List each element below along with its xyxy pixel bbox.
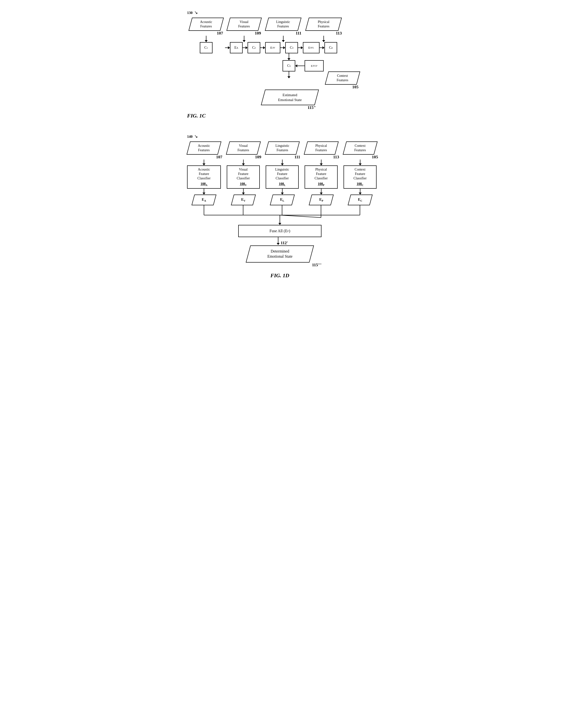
arr-acoustic-clf-d bbox=[203, 189, 206, 194]
fig1d-acoustic-classifier: AcousticFeatureClassifier 108A bbox=[187, 165, 221, 189]
fig1d-determined-label: DeterminedEmotional State bbox=[267, 249, 293, 259]
arrow-linguistic-down bbox=[282, 36, 285, 42]
fig1c-context-label: ContextFeatures bbox=[337, 74, 348, 82]
fig1d-visual-classifier-num: 108 bbox=[240, 182, 245, 186]
fig1d-physical-classifier: PhysicalFeatureClassifier 108P bbox=[305, 165, 338, 189]
fig1c-linguistic-para: LinguisticFeatures bbox=[265, 18, 301, 31]
fig1c-c2: C2 bbox=[248, 42, 260, 53]
fig1d-ec-label: EC bbox=[358, 197, 362, 203]
fig1c-eavlp: EAVLP bbox=[305, 60, 324, 71]
fig1d-visual-para: VisualFeatures bbox=[226, 141, 261, 155]
fig1d-ea-para: EA bbox=[192, 194, 217, 205]
fig1d-visual-classifier-col: VisualFeatureClassifier 108V bbox=[224, 165, 262, 189]
fig1d-ea-label: EA bbox=[202, 197, 206, 203]
fig1d-linguistic-classifier-num: 108 bbox=[279, 182, 284, 186]
fig1d-fuse-num: 112' bbox=[281, 240, 288, 245]
fig1d-context-classifier-num: 108 bbox=[356, 182, 362, 186]
fig1c-physical-label: PhysicalFeatures bbox=[318, 20, 329, 29]
fig1c-acoustic-para: AcousticFeatures bbox=[188, 18, 224, 31]
fig1c-context-col: ContextFeatures 105 bbox=[327, 71, 358, 90]
fig1d-context-feat-num: 105 bbox=[372, 155, 378, 159]
fig1d-linguistic-classifier-label: LinguisticFeatureClassifier bbox=[275, 167, 289, 181]
fig1c-ref: 130 bbox=[187, 11, 193, 15]
converging-arrows-svg bbox=[185, 205, 375, 225]
fig1d-linguistic-feat-label: LinguisticFeatures bbox=[275, 144, 289, 152]
fig1d-context-classifier-label: ContextFeatureClassifier bbox=[353, 167, 367, 181]
arr-context-clf-d bbox=[359, 189, 362, 194]
fig1c-visual-label: VisualFeatures bbox=[238, 20, 250, 29]
fig1d-linguistic-feat-num: 111 bbox=[294, 155, 300, 159]
fig1c-physical-num: 113 bbox=[336, 31, 342, 36]
fig1d-physical-col: PhysicalFeatures 113 bbox=[302, 141, 340, 159]
fig1d-ev-para: EV bbox=[231, 194, 256, 205]
fig1d-determined-para: DeterminedEmotional State bbox=[246, 245, 314, 262]
fig1d-acoustic-classifier-num: 108 bbox=[201, 182, 206, 186]
arr-context-d bbox=[359, 159, 362, 165]
fig1d-section: 140 ↘ AcousticFeatures 107 VisualFeature… bbox=[180, 134, 390, 279]
fig1c-section: 130 ↘ AcousticFeatures 107 VisualFeature… bbox=[180, 10, 390, 119]
fig1d-acoustic-feat-label: AcousticFeatures bbox=[198, 144, 210, 152]
fig1d-ref: 140 bbox=[187, 135, 193, 138]
arrow-physical-down bbox=[322, 36, 325, 42]
fig1c-acoustic-num: 107 bbox=[217, 31, 223, 36]
fig1d-context-feat-label: ContextFeatures bbox=[354, 144, 366, 152]
fig1c-linguistic-col: LinguisticFeatures 111 bbox=[263, 18, 303, 36]
fig1c-physical-para: PhysicalFeatures bbox=[305, 18, 342, 31]
fig1d-label: FIG. 1D bbox=[270, 272, 289, 278]
fig1c-estimated-para: EstimatedEmotional State bbox=[261, 90, 319, 105]
fig1d-ep-label: EP bbox=[319, 197, 323, 203]
fig1c-context-num: 105 bbox=[352, 85, 359, 90]
arrow-visual-down bbox=[243, 36, 246, 42]
fig1c-eav: EAV bbox=[265, 42, 280, 53]
fig1d-ea-col: EA bbox=[185, 194, 223, 205]
arr-physical-clf-d bbox=[320, 189, 323, 194]
fig1d-physical-feat-label: PhysicalFeatures bbox=[315, 144, 327, 152]
fig1d-context-para: ContextFeatures bbox=[342, 141, 377, 155]
fig1d-determined-num: 115''' bbox=[312, 262, 321, 267]
fig1d-linguistic-classifier-col: LinguisticFeatureClassifier 108L bbox=[263, 165, 301, 189]
fig1d-context-col: ContextFeatures 105 bbox=[341, 141, 379, 159]
fig1d-visual-feat-num: 109 bbox=[255, 155, 262, 159]
fig1d-context-classifier-col: ContextFeatureClassifier 108C bbox=[341, 165, 379, 189]
fig1c-linguistic-num: 111 bbox=[296, 31, 301, 36]
fig1d-el-label: EL bbox=[280, 197, 284, 203]
arr-linguistic-clf-d bbox=[281, 189, 284, 194]
fig1c-ea: EA bbox=[230, 42, 243, 53]
fig1c-acoustic-label: AcousticFeatures bbox=[200, 20, 212, 29]
fig1d-physical-classifier-col: PhysicalFeatureClassifier 108P bbox=[302, 165, 340, 189]
fig1d-ep-para: EP bbox=[309, 194, 334, 205]
fig1c-c1: C1 bbox=[200, 42, 213, 53]
fig1c-context-para: ContextFeatures bbox=[325, 71, 360, 85]
fig1d-visual-feat-label: VisualFeatures bbox=[238, 144, 249, 152]
fig1d-linguistic-classifier: LinguisticFeatureClassifier 108L bbox=[266, 165, 299, 189]
svg-marker-3 bbox=[278, 223, 281, 225]
fig1d-physical-para: PhysicalFeatures bbox=[304, 141, 338, 155]
fig1d-linguistic-para: LinguisticFeatures bbox=[265, 141, 299, 155]
fig1c-eavl: EAVL bbox=[303, 42, 319, 53]
arr-acoustic-d bbox=[203, 159, 206, 165]
fig1c-estimated-num: 115" bbox=[307, 105, 316, 110]
fig1d-acoustic-feat-num: 107 bbox=[216, 155, 223, 159]
fig1c-c5: C5 bbox=[283, 60, 295, 71]
arr-visual-clf-d bbox=[242, 189, 245, 194]
fig1d-acoustic-para: AcousticFeatures bbox=[187, 141, 221, 155]
arrow-acoustic-down bbox=[205, 36, 208, 42]
svg-line-7 bbox=[280, 215, 321, 217]
fig1d-context-classifier: ContextFeatureClassifier 108C bbox=[343, 165, 376, 189]
fig1d-ev-label: EV bbox=[241, 197, 246, 203]
arr-physical-d bbox=[320, 159, 323, 165]
fig1c-c4: C4 bbox=[324, 42, 337, 53]
fig1d-el-para: EL bbox=[270, 194, 295, 205]
fig1c-estimated-label: EstimatedEmotional State bbox=[278, 93, 302, 102]
fig1c-linguistic-label: LinguisticFeatures bbox=[276, 20, 290, 29]
fig1d-physical-classifier-label: PhysicalFeatureClassifier bbox=[315, 167, 328, 181]
arr-visual-d bbox=[242, 159, 245, 165]
fig1d-visual-classifier-label: VisualFeatureClassifier bbox=[237, 167, 250, 181]
fig1d-ep-col: EP bbox=[302, 194, 340, 205]
fig1c-c3: C3 bbox=[285, 42, 298, 53]
fig1c-visual-para: VisualFeatures bbox=[226, 18, 262, 31]
fig1d-el-col: EL bbox=[263, 194, 301, 205]
fig1c-label: FIG. 1C bbox=[187, 113, 206, 119]
fig1d-linguistic-col: LinguisticFeatures 111 bbox=[263, 141, 301, 159]
fig1d-acoustic-classifier-label: AcousticFeatureClassifier bbox=[197, 167, 211, 181]
